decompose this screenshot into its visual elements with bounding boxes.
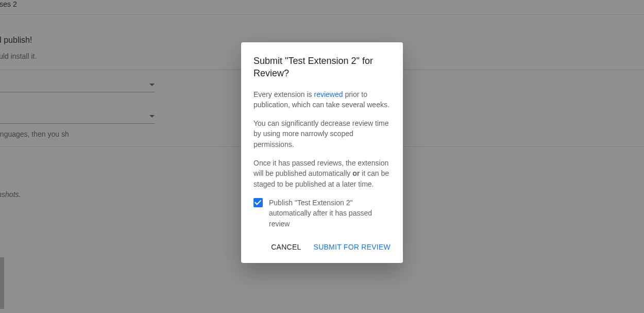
auto-publish-checkbox[interactable] [253, 198, 263, 207]
dialog-paragraph-permissions: You can significantly decrease review ti… [253, 118, 391, 150]
submit-review-dialog: Submit "Test Extension 2" for Review? Ev… [241, 42, 403, 263]
dialog-title: Submit "Test Extension 2" for Review? [253, 55, 391, 80]
modal-overlay[interactable]: Submit "Test Extension 2" for Review? Ev… [0, 0, 644, 313]
dialog-paragraph-publish: Once it has passed reviews, the extensio… [253, 158, 391, 189]
submit-for-review-button[interactable]: SUBMIT FOR REVIEW [314, 239, 391, 255]
dialog-actions: CANCEL SUBMIT FOR REVIEW [253, 239, 391, 255]
dialog-paragraph-review: Every extension is reviewed prior to pub… [253, 89, 391, 110]
reviewed-link[interactable]: reviewed [314, 90, 343, 98]
cancel-button[interactable]: CANCEL [271, 239, 301, 255]
auto-publish-label: Publish "Test Extension 2" automatically… [269, 197, 391, 229]
